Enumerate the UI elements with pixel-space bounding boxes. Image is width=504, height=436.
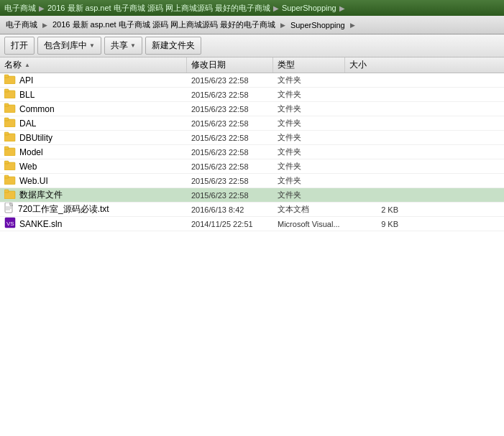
- title-bar: 电子商城 ▶ 2016 最新 asp.net 电子商城 源码 网上商城源码 最好…: [0, 0, 504, 16]
- table-row[interactable]: BLL2015/6/23 22:58文件夹: [0, 88, 504, 102]
- folder-icon: [4, 88, 16, 101]
- svg-rect-17: [4, 190, 9, 193]
- addr-arrow-3: ▶: [350, 22, 355, 29]
- breadcrumb-arrow-3: ▶: [339, 4, 345, 12]
- col-header-date[interactable]: 修改日期: [187, 57, 273, 73]
- sort-arrow-icon: ▲: [24, 62, 30, 68]
- col-header-type[interactable]: 类型: [273, 57, 345, 73]
- table-row[interactable]: Common2015/6/23 22:58文件夹: [0, 102, 504, 116]
- toolbar: 打开 包含到库中 ▼ 共享 ▼ 新建文件夹: [0, 34, 504, 57]
- share-button[interactable]: 共享 ▼: [104, 37, 142, 55]
- table-row[interactable]: Web.UI2015/6/23 22:58文件夹: [0, 174, 504, 188]
- svg-rect-3: [4, 89, 9, 92]
- file-name-cell: Common: [0, 102, 187, 116]
- file-label: 数据库文件: [19, 189, 63, 201]
- file-date-cell: 2014/11/25 22:51: [187, 220, 273, 228]
- svg-rect-5: [4, 103, 9, 106]
- folder-icon: [4, 146, 16, 158]
- folder-icon: [4, 131, 16, 144]
- file-type-cell: 文件夹: [273, 132, 345, 143]
- address-bar: 电子商城 ▶ 2016 最新 asp.net 电子商城 源码 网上商城源码 最好…: [0, 16, 504, 34]
- table-row[interactable]: Web2015/6/23 22:58文件夹: [0, 159, 504, 174]
- file-type-cell: 文件夹: [273, 103, 345, 114]
- folder-icon: [4, 117, 16, 129]
- file-type-cell: 文件夹: [273, 175, 345, 186]
- folder-icon: [4, 74, 16, 86]
- col-header-size[interactable]: 大小: [345, 57, 403, 73]
- table-row[interactable]: Model2015/6/23 22:58文件夹: [0, 145, 504, 159]
- file-date-cell: 2015/6/23 22:58: [187, 134, 273, 142]
- file-name-cell: 数据库文件: [0, 188, 187, 202]
- file-label: 720工作室_源码必读.txt: [18, 203, 109, 215]
- svg-rect-11: [4, 147, 9, 149]
- file-date-cell: 2015/6/23 22:58: [187, 76, 273, 85]
- svg-rect-13: [4, 161, 9, 164]
- file-date-cell: 2015/6/23 22:58: [187, 105, 273, 113]
- file-label: DBUtility: [19, 133, 52, 143]
- breadcrumb-segment-2[interactable]: 2016 最新 asp.net 电子商城 源码 网上商城源码 最好的电子商城: [47, 3, 270, 14]
- addr-segment-3[interactable]: SuperShopping: [288, 19, 348, 31]
- table-row[interactable]: 数据库文件2015/6/23 22:58文件夹: [0, 188, 504, 203]
- file-label: API: [19, 75, 33, 85]
- file-date-cell: 2015/6/23 22:58: [187, 162, 273, 171]
- file-name-cell: API: [0, 73, 187, 87]
- include-button[interactable]: 包含到库中 ▼: [37, 37, 101, 55]
- file-label: Web: [19, 162, 37, 172]
- column-headers: 名称 ▲ 修改日期 类型 大小: [0, 57, 504, 73]
- file-label: Common: [19, 104, 55, 114]
- table-row[interactable]: VS SANKE.sln2014/11/25 22:51Microsoft Vi…: [0, 217, 504, 231]
- file-name-cell: VS SANKE.sln: [0, 217, 187, 231]
- share-arrow-icon: ▼: [130, 42, 136, 49]
- txt-file-icon: [4, 203, 14, 216]
- file-name-cell: DAL: [0, 116, 187, 130]
- addr-segment-2[interactable]: 2016 最新 asp.net 电子商城 源码 网上商城源码 最好的电子商城: [50, 18, 278, 32]
- file-size-cell: 2 KB: [345, 205, 403, 214]
- table-row[interactable]: DBUtility2015/6/23 22:58文件夹: [0, 131, 504, 145]
- breadcrumb-arrow-2: ▶: [273, 4, 279, 12]
- svg-text:VS: VS: [6, 221, 14, 227]
- file-label: DAL: [19, 119, 36, 129]
- breadcrumb-arrow-1: ▶: [39, 4, 45, 12]
- file-date-cell: 2015/6/23 22:58: [187, 148, 273, 157]
- table-row[interactable]: DAL2015/6/23 22:58文件夹: [0, 116, 504, 131]
- col-header-name[interactable]: 名称 ▲: [0, 57, 187, 73]
- folder-icon: [4, 189, 16, 201]
- main-area: 名称 ▲ 修改日期 类型 大小 API2015/6/23 22:58文件夹 BL…: [0, 57, 504, 436]
- addr-arrow-2: ▶: [280, 22, 285, 29]
- open-button[interactable]: 打开: [4, 37, 35, 55]
- new-folder-button[interactable]: 新建文件夹: [145, 37, 201, 55]
- file-date-cell: 2015/6/23 22:58: [187, 191, 273, 200]
- table-row[interactable]: API2015/6/23 22:58文件夹: [0, 73, 504, 88]
- include-arrow-icon: ▼: [89, 42, 95, 49]
- folder-icon: [4, 160, 16, 172]
- svg-rect-15: [4, 175, 9, 178]
- file-date-cell: 2015/6/23 22:58: [187, 119, 273, 128]
- file-rows-container: API2015/6/23 22:58文件夹 BLL2015/6/23 22:58…: [0, 73, 504, 231]
- file-name-cell: DBUtility: [0, 131, 187, 144]
- file-name-cell: Web: [0, 159, 187, 173]
- addr-segment-1[interactable]: 电子商城: [3, 18, 40, 32]
- file-label: Web.UI: [19, 176, 48, 186]
- file-type-cell: 文件夹: [273, 118, 345, 129]
- folder-icon: [4, 103, 16, 115]
- file-list[interactable]: 名称 ▲ 修改日期 类型 大小 API2015/6/23 22:58文件夹 BL…: [0, 57, 504, 436]
- breadcrumb: 电子商城 ▶ 2016 最新 asp.net 电子商城 源码 网上商城源码 最好…: [4, 3, 345, 14]
- file-type-cell: 文件夹: [273, 147, 345, 157]
- svg-rect-9: [4, 132, 9, 135]
- file-date-cell: 2015/6/23 22:58: [187, 177, 273, 185]
- file-type-cell: 文件夹: [273, 161, 345, 172]
- svg-rect-7: [4, 118, 9, 121]
- file-date-cell: 2015/6/23 22:58: [187, 91, 273, 99]
- folder-icon: [4, 175, 16, 187]
- share-label: 共享: [111, 40, 128, 52]
- open-label: 打开: [11, 40, 28, 52]
- breadcrumb-segment-3[interactable]: SuperShopping: [282, 4, 336, 12]
- file-size-cell: 9 KB: [345, 220, 403, 228]
- table-row[interactable]: 720工作室_源码必读.txt2016/6/13 8:42文本文档2 KB: [0, 203, 504, 217]
- breadcrumb-segment-1[interactable]: 电子商城: [4, 3, 36, 14]
- file-name-cell: Model: [0, 145, 187, 159]
- file-type-cell: Microsoft Visual...: [273, 220, 345, 228]
- file-label: Model: [19, 147, 43, 157]
- file-name-cell: BLL: [0, 88, 187, 101]
- include-label: 包含到库中: [44, 40, 87, 52]
